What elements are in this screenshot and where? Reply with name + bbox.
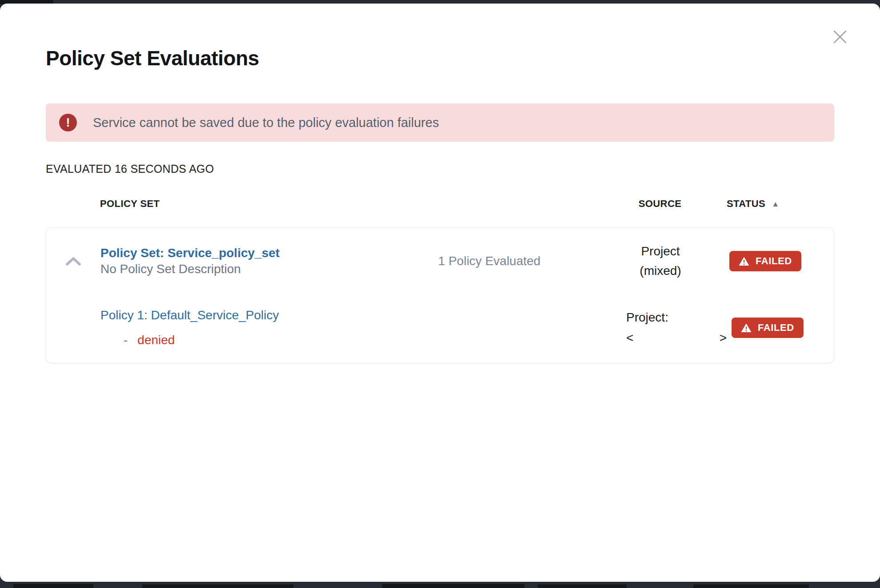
policy-cell: Policy 1: Default_Service_Policy - denie… — [100, 308, 385, 347]
warning-icon — [739, 257, 749, 266]
warning-icon — [741, 323, 752, 333]
source-cell: Project: < > — [594, 307, 727, 348]
error-icon-glyph: ! — [66, 116, 70, 130]
column-header-policy-set: POLICY SET — [100, 198, 384, 210]
status-badge-failed: FAILED — [729, 251, 801, 271]
result-bullet: - — [124, 333, 128, 347]
source-cell: Project (mixed) — [594, 242, 727, 281]
policy-row: Policy 1: Default_Service_Policy - denie… — [46, 294, 834, 361]
status-cell: FAILED — [727, 318, 834, 338]
policy-set-evaluations-modal: Policy Set Evaluations ! Service cannot … — [0, 4, 880, 582]
table-header-row: POLICY SET SOURCE STATUS ▲ — [46, 198, 834, 210]
sort-ascending-icon: ▲ — [772, 200, 779, 208]
policies-evaluated-count: 1 Policy Evaluated — [385, 254, 594, 268]
policy-set-description: No Policy Set Description — [100, 262, 385, 277]
source-redacted-value: Project: < > — [626, 307, 727, 348]
policy-link[interactable]: Policy 1: Default_Service_Policy — [100, 308, 385, 322]
chevron-up-icon — [64, 256, 82, 266]
evaluated-timestamp: EVALUATED 16 SECONDS AGO — [46, 163, 214, 175]
error-banner: ! Service cannot be saved due to the pol… — [46, 103, 834, 142]
source-detail: (mixed) — [594, 261, 727, 281]
status-cell: FAILED — [727, 251, 834, 271]
policy-set-row: Policy Set: Service_policy_set No Policy… — [46, 228, 834, 294]
angle-close: > — [720, 328, 727, 348]
source-type: Project — [594, 242, 727, 261]
source-type: Project: — [626, 307, 727, 328]
obscured-background-content — [538, 584, 627, 588]
obscured-background-content — [142, 584, 293, 588]
result-denied-label: denied — [137, 333, 175, 347]
source-redacted-brackets: < > — [626, 328, 727, 348]
obscured-background-content — [693, 584, 809, 588]
status-badge-label: FAILED — [758, 322, 794, 334]
close-icon[interactable] — [829, 26, 851, 48]
status-badge-failed: FAILED — [732, 318, 804, 338]
column-header-status-label: STATUS — [727, 198, 765, 210]
policy-set-link[interactable]: Policy Set: Service_policy_set — [100, 246, 385, 261]
column-header-status[interactable]: STATUS ▲ — [727, 198, 834, 210]
policy-set-cell: Policy Set: Service_policy_set No Policy… — [100, 246, 385, 277]
page-title: Policy Set Evaluations — [46, 46, 259, 70]
policy-set-evaluation-card: Policy Set: Service_policy_set No Policy… — [46, 227, 834, 363]
obscured-background-content — [13, 584, 93, 588]
page-background: { "modal": { "title": "Policy Set Evalua… — [0, 0, 880, 588]
column-header-source: SOURCE — [593, 198, 727, 210]
error-icon: ! — [59, 114, 77, 131]
collapse-toggle-button[interactable] — [46, 256, 100, 266]
policy-result: - denied — [124, 333, 385, 347]
obscured-background-content — [382, 584, 524, 588]
angle-open: < — [626, 328, 633, 348]
status-badge-label: FAILED — [756, 255, 792, 267]
error-banner-message: Service cannot be saved due to the polic… — [93, 115, 439, 130]
